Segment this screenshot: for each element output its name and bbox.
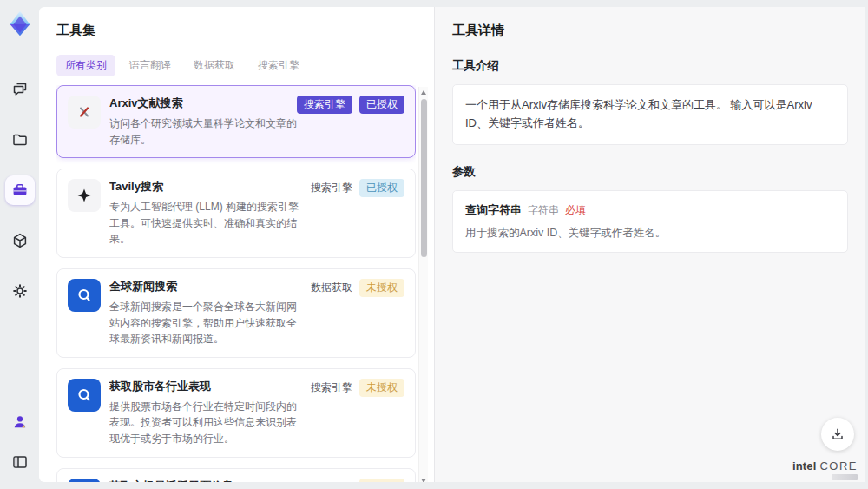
stock-sector-icon [68,379,101,412]
tool-detail-panel: 工具详情 工具介绍 一个用于从Arxiv存储库搜索科学论文和文章的工具。 输入可… [434,7,865,482]
tool-category-tag: 搜索引擎 [311,479,352,482]
tool-list: Arxiv文献搜索访问各个研究领域大量科学论文和文章的存储库。搜索引擎已授权Ta… [56,85,416,482]
global-news-icon [68,279,101,312]
intro-text: 一个用于从Arxiv存储库搜索科学论文和文章的工具。 输入可以是Arxiv ID… [465,96,835,133]
brand-core: CORE [819,459,858,472]
tavily-star-icon [68,179,101,212]
param-name: 查询字符串 [465,202,522,218]
param-type: 字符串 [528,203,559,218]
sidebar-item-toolset[interactable] [5,175,35,205]
tool-category-tag: 搜索引擎 [311,179,352,197]
tab-2[interactable]: 数据获取 [185,55,244,76]
toolset-panel: 工具集 所有类别语言翻译数据获取搜索引擎 Arxiv文献搜索访问各个研究领域大量… [39,7,434,482]
panel-toggle-icon [11,453,29,471]
param-required-badge: 必填 [565,203,586,218]
arxiv-logo-icon [68,96,101,129]
scroll-up-icon[interactable] [421,90,426,95]
tool-description: 专为人工智能代理 (LLM) 构建的搜索引擎工具。可快速提供实时、准确和真实的结… [109,199,300,248]
tab-0[interactable]: 所有类别 [56,55,115,76]
main-content: 工具集 所有类别语言翻译数据获取搜索引擎 Arxiv文献搜索访问各个研究领域大量… [39,7,865,482]
intel-core-logo: intel CORE [792,459,858,480]
tool-card[interactable]: 获取股市各行业表现提供股票市场各个行业在特定时间段内的表现。投资者可以利用这些信… [56,368,416,458]
param-box: 查询字符串 字符串 必填 用于搜索的Arxiv ID、关键字或作者姓名。 [452,190,848,253]
tool-category-tag: 搜索引擎 [311,379,352,397]
tool-status-badge: 未授权 [359,379,404,397]
tool-name: Tavily搜索 [109,179,300,195]
tab-1[interactable]: 语言翻译 [121,55,180,76]
chat-icon [11,81,29,98]
sidebar-item-files[interactable] [5,125,35,155]
params-heading: 参数 [452,164,848,180]
intro-heading: 工具介绍 [452,58,848,74]
gem-logo-icon [5,9,35,38]
sidebar-item-chat[interactable] [5,75,35,104]
brand-intel: intel [792,459,817,472]
intro-box: 一个用于从Arxiv存储库搜索科学论文和文章的工具。 输入可以是Arxiv ID… [452,84,848,145]
tool-description: 提供股票市场各个行业在特定时间段内的表现。投资者可以利用这些信息来识别表现优于或… [109,399,300,447]
tool-name: 获取股市各行业表现 [109,379,300,394]
detail-title: 工具详情 [452,23,848,39]
folder-icon [11,131,29,149]
tool-name: 获取市场最活跃股票信息 [109,479,300,482]
scrollbar[interactable] [418,87,428,482]
page-title: 工具集 [56,23,434,39]
tool-card[interactable]: 全球新闻搜索全球新闻搜索是一个聚合全球各大新闻网站内容的搜索引擎，帮助用户快速获… [56,268,416,358]
tool-category-tag: 搜索引擎 [297,96,352,114]
param-desc: 用于搜索的Arxiv ID、关键字或作者姓名。 [465,226,835,241]
download-button[interactable] [821,418,854,451]
brand-bar [832,474,858,480]
gear-icon [11,282,29,300]
tool-description: 全球新闻搜索是一个聚合全球各大新闻网站内容的搜索引擎，帮助用户快速获取全球最新资… [109,299,300,347]
tool-card[interactable]: 获取市场最活跃股票信息提供当天交易量最高的股票列表。投资者可以利用这些信息来识别… [56,468,416,482]
sidebar-item-models[interactable] [5,226,35,255]
sidebar-item-user[interactable] [5,407,35,437]
download-icon [830,426,845,442]
tool-status-badge: 已授权 [359,179,404,197]
tool-status-badge: 未授权 [359,479,404,482]
tool-category-tag: 数据获取 [311,279,352,297]
tab-3[interactable]: 搜索引擎 [249,55,308,76]
tool-description: 访问各个研究领域大量科学论文和文章的存储库。 [109,116,300,148]
sidebar-item-collapse[interactable] [5,447,35,477]
tool-status-badge: 已授权 [359,96,404,114]
scroll-down-icon[interactable] [421,479,426,482]
category-tabs: 所有类别语言翻译数据获取搜索引擎 [56,55,434,76]
tool-name: Arxiv文献搜索 [109,96,300,111]
cube-icon [11,232,29,249]
tool-card[interactable]: Arxiv文献搜索访问各个研究领域大量科学论文和文章的存储库。搜索引擎已授权 [56,85,416,158]
user-icon [11,413,29,431]
toolbox-icon [11,182,29,199]
left-rail [0,0,39,489]
sidebar-item-settings[interactable] [5,276,35,306]
tool-name: 全球新闻搜索 [109,279,300,294]
tool-card[interactable]: Tavily搜索专为人工智能代理 (LLM) 构建的搜索引擎工具。可快速提供实时… [56,169,416,258]
active-stocks-icon [68,479,101,482]
scrollbar-thumb[interactable] [421,99,427,257]
tool-status-badge: 未授权 [359,279,404,297]
